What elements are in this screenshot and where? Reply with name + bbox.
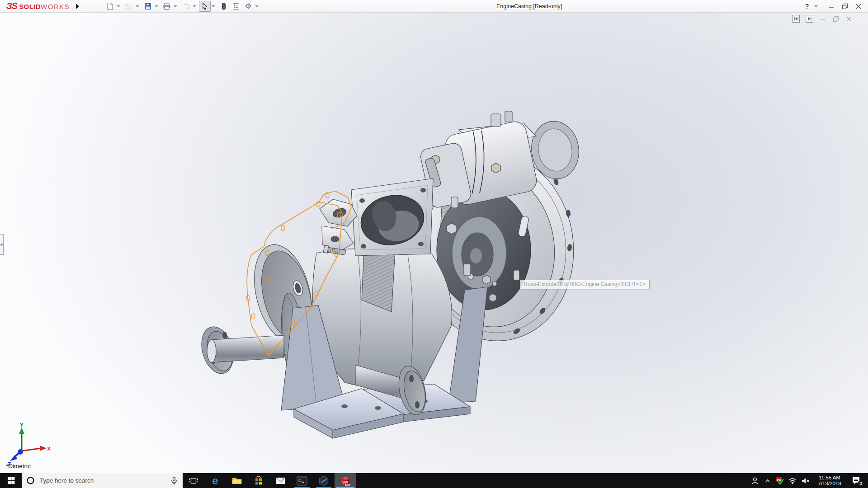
- title-bar: ЗS SOLID WORKS: [0, 0, 868, 13]
- help-dropdown-caret[interactable]: [814, 5, 818, 7]
- volume-muted-icon: [801, 476, 811, 485]
- taskbar-search-box[interactable]: [22, 473, 183, 488]
- svg-text:2017: 2017: [345, 483, 350, 486]
- taskbar-app-command-prompt[interactable]: C:\: [291, 473, 313, 488]
- svg-text:e: e: [212, 475, 218, 487]
- solidworks-logo: ЗS SOLID WORKS: [0, 1, 70, 11]
- file-explorer-icon: [231, 475, 242, 486]
- solidworks-check-icon: sw: [775, 476, 785, 486]
- select-cursor-icon: [201, 2, 209, 10]
- graphics-viewport[interactable]: Boss-Extrude28 of 00G-Engine Casing-RIGH…: [0, 13, 868, 473]
- taskbar-app-file-explorer[interactable]: [226, 473, 248, 488]
- taskbar-app-task-view[interactable]: [183, 473, 204, 488]
- svg-text:sw: sw: [777, 478, 781, 481]
- command-prompt-icon: C:\: [297, 476, 307, 486]
- wifi-icon: [788, 476, 797, 485]
- mail-icon: [275, 475, 286, 486]
- options-button[interactable]: ⚙: [242, 1, 254, 12]
- orientation-triad: Y X Z: [4, 423, 53, 468]
- stoplight-icon: [220, 2, 228, 10]
- minimize-document-button[interactable]: [819, 15, 826, 23]
- save-floppy-icon: [144, 2, 152, 10]
- open-folder-icon: [125, 2, 133, 10]
- tray-time: 11:55 AM: [818, 475, 841, 481]
- save-dropdown-caret[interactable]: [155, 5, 158, 7]
- taskbar-app-microsoft-store[interactable]: [248, 473, 269, 488]
- menu-flyout-arrow-icon[interactable]: [76, 4, 79, 9]
- x-axis-arrow-icon: [40, 446, 47, 451]
- task-view-icon: [189, 476, 198, 486]
- print-dropdown-caret[interactable]: [174, 5, 177, 7]
- main-toolbar: ⚙: [104, 1, 261, 12]
- splitter-dot-icon: [0, 244, 3, 246]
- new-dropdown-caret[interactable]: [117, 5, 120, 7]
- minimize-icon: [827, 2, 835, 10]
- open-button[interactable]: [123, 1, 135, 12]
- chevron-up-icon: [764, 477, 771, 484]
- search-input[interactable]: [39, 477, 166, 484]
- notification-badge: 3: [858, 480, 864, 487]
- solidworks-logo-text-bold: SOLID: [19, 3, 41, 10]
- properties-button[interactable]: [230, 1, 242, 12]
- solidworks-monitor-tray-button[interactable]: sw: [774, 473, 786, 488]
- new-document-button[interactable]: [104, 1, 116, 12]
- solidworks-logo-mark: ЗS: [6, 1, 17, 11]
- properties-list-icon: [232, 2, 240, 10]
- microphone-icon[interactable]: [170, 476, 178, 485]
- system-tray: sw 11:55 AM 7/13/2018: [748, 473, 868, 488]
- toolbar-separator: [84, 1, 84, 11]
- save-button[interactable]: [142, 1, 154, 12]
- panel-splitter-handle[interactable]: [0, 234, 4, 255]
- carburetor-flange[interactable]: [351, 178, 433, 256]
- solidworks-logo-text-light: WORKS: [41, 3, 70, 10]
- minimize-button[interactable]: [825, 0, 838, 12]
- svg-text:C:\: C:\: [298, 479, 302, 482]
- wifi-tray-button[interactable]: [786, 473, 799, 488]
- close-document-button[interactable]: [845, 15, 853, 23]
- help-button[interactable]: ?: [800, 0, 814, 12]
- taskbar-app-hexagon[interactable]: [313, 473, 335, 488]
- tray-date: 7/13/2018: [818, 481, 841, 487]
- gear-icon: ⚙: [245, 3, 251, 10]
- new-document-icon: [106, 2, 114, 10]
- select-tool-button[interactable]: [199, 1, 211, 12]
- x-axis-label: X: [47, 446, 51, 451]
- taskbar-app-edge[interactable]: e: [204, 473, 226, 488]
- people-icon: [750, 476, 760, 485]
- solidworks-2017-icon: SW 2017: [340, 475, 351, 487]
- restore-document-button[interactable]: [832, 15, 840, 23]
- y-axis-arrow-icon: [19, 427, 24, 434]
- start-button[interactable]: [0, 473, 22, 488]
- options-dropdown-caret[interactable]: [255, 5, 259, 7]
- taskbar-app-mail[interactable]: [269, 473, 291, 488]
- undo-icon: [182, 2, 190, 10]
- restore-button[interactable]: [838, 0, 852, 12]
- taskbar-app-solidworks[interactable]: SW 2017: [335, 473, 356, 488]
- select-dropdown-caret[interactable]: [212, 5, 215, 7]
- print-button[interactable]: [161, 1, 173, 12]
- help-icon: ?: [805, 3, 809, 10]
- window-controls: ?: [800, 0, 865, 13]
- close-button[interactable]: [852, 0, 865, 12]
- volume-tray-button[interactable]: [799, 473, 812, 488]
- action-center-button[interactable]: 3: [847, 473, 865, 488]
- document-window-controls: [792, 15, 853, 23]
- people-tray-button[interactable]: [748, 473, 762, 488]
- restore-icon: [841, 2, 849, 10]
- edge-icon: e: [209, 475, 221, 487]
- model-tooltip: Boss-Extrude28 of 00G-Engine Casing-RIGH…: [520, 280, 650, 289]
- y-axis-label: Y: [20, 423, 24, 428]
- close-icon: [854, 2, 863, 10]
- engine-casing-model[interactable]: [0, 13, 868, 473]
- undo-button[interactable]: [180, 1, 192, 12]
- open-dropdown-caret[interactable]: [136, 5, 139, 7]
- print-icon: [163, 2, 171, 10]
- next-document-button[interactable]: [806, 15, 813, 23]
- undo-dropdown-caret[interactable]: [193, 5, 196, 7]
- clock-tray-button[interactable]: 11:55 AM 7/13/2018: [812, 473, 847, 488]
- windows-taskbar: e C:\: [0, 473, 868, 488]
- window-title: EngineCasing [Read-only]: [496, 3, 562, 9]
- previous-document-button[interactable]: [792, 15, 800, 23]
- tray-overflow-button[interactable]: [762, 473, 774, 488]
- display-stoplight-button[interactable]: [218, 1, 230, 12]
